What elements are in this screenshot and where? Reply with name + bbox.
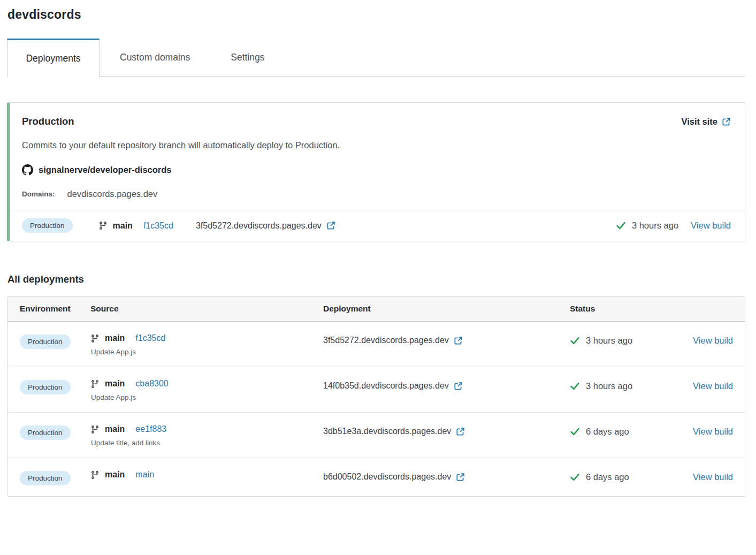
git-branch-icon bbox=[90, 334, 100, 343]
production-deployment-row: Production main f1c35cd 3f5d5272.devdisc… bbox=[10, 210, 745, 241]
column-environment: Environment bbox=[20, 304, 90, 314]
tab-settings-label: Settings bbox=[231, 52, 264, 63]
status-time: 3 hours ago bbox=[586, 381, 632, 391]
production-card-title: Production bbox=[22, 116, 74, 127]
deployment-url: 14f0b35d.devdiscords.pages.dev bbox=[323, 381, 449, 391]
all-deployments-title: All deployments bbox=[7, 273, 745, 285]
status-time: 6 days ago bbox=[586, 472, 629, 482]
tab-bar: Deployments Custom domains Settings bbox=[7, 38, 745, 77]
external-link-icon[interactable] bbox=[456, 427, 465, 436]
table-header-row: Environment Source Deployment Status bbox=[7, 296, 745, 322]
check-icon bbox=[616, 221, 626, 231]
branch-name: main bbox=[105, 333, 125, 343]
table-row: Production main cba8300 Update App.js 14… bbox=[7, 367, 745, 413]
external-link-icon bbox=[722, 117, 731, 126]
commit-message: Update App.js bbox=[91, 393, 323, 401]
table-row: Production main ee1f883 Update title, ad… bbox=[7, 413, 745, 458]
external-link-icon[interactable] bbox=[454, 382, 463, 391]
commit-link[interactable]: main bbox=[135, 470, 154, 480]
deployment-url: b6d00502.devdiscords.pages.dev bbox=[323, 472, 451, 482]
view-build-link[interactable]: View build bbox=[693, 381, 733, 391]
check-icon bbox=[570, 336, 580, 346]
deployment-url: 3db51e3a.devdiscords.pages.dev bbox=[323, 427, 451, 436]
git-branch-icon bbox=[90, 470, 100, 480]
commit-message: Update App.js bbox=[91, 348, 323, 356]
repo-link[interactable]: signalnerve/developer-discords bbox=[39, 165, 172, 175]
domains-label: Domains: bbox=[22, 190, 55, 198]
table-body: Production main f1c35cd Update App.js 3f… bbox=[7, 322, 745, 496]
column-source: Source bbox=[90, 304, 323, 314]
status-time: 3 hours ago bbox=[632, 221, 678, 231]
visit-site-link[interactable]: Visit site bbox=[681, 117, 731, 127]
commit-link[interactable]: cba8300 bbox=[135, 379, 168, 389]
tab-custom-domains-label: Custom domains bbox=[120, 52, 190, 63]
git-branch-icon bbox=[90, 425, 100, 434]
git-branch-icon bbox=[90, 379, 100, 389]
commit-link[interactable]: ee1f883 bbox=[135, 424, 166, 434]
deployment-url: 3f5d5272.devdiscords.pages.dev bbox=[196, 221, 322, 231]
tab-deployments[interactable]: Deployments bbox=[7, 39, 100, 77]
column-status: Status bbox=[570, 304, 733, 314]
view-build-link[interactable]: View build bbox=[691, 221, 731, 231]
pages-project-page: devdiscords Deployments Custom domains S… bbox=[0, 0, 756, 497]
production-description: Commits to your default repository branc… bbox=[22, 140, 731, 150]
environment-badge: Production bbox=[20, 425, 71, 440]
check-icon bbox=[570, 381, 580, 391]
tab-deployments-label: Deployments bbox=[26, 53, 80, 64]
commit-message: Update title, add links bbox=[91, 439, 323, 447]
status-time: 6 days ago bbox=[586, 427, 629, 437]
branch-name: main bbox=[105, 470, 125, 480]
view-build-link[interactable]: View build bbox=[693, 427, 733, 437]
page-title: devdiscords bbox=[7, 0, 745, 22]
deployment-url: 3f5d5272.devdiscords.pages.dev bbox=[323, 336, 449, 345]
environment-badge: Production bbox=[20, 380, 71, 394]
branch-name: main bbox=[113, 221, 133, 231]
branch-name: main bbox=[105, 424, 125, 434]
branch-name: main bbox=[105, 379, 125, 389]
check-icon bbox=[570, 427, 580, 437]
domains-value: devdiscords.pages.dev bbox=[67, 189, 158, 199]
external-link-icon[interactable] bbox=[454, 336, 463, 345]
environment-badge: Production bbox=[20, 471, 71, 485]
check-icon bbox=[570, 472, 580, 482]
visit-site-label: Visit site bbox=[681, 117, 717, 127]
external-link-icon[interactable] bbox=[456, 473, 465, 482]
view-build-link[interactable]: View build bbox=[693, 472, 733, 482]
table-row: Production main f1c35cd Update App.js 3f… bbox=[7, 322, 745, 367]
table-row: Production main main b6d00502.devdiscord… bbox=[7, 458, 745, 496]
github-icon bbox=[22, 164, 33, 176]
column-deployment: Deployment bbox=[323, 304, 570, 314]
tab-settings[interactable]: Settings bbox=[225, 39, 270, 77]
environment-badge: Production bbox=[22, 218, 73, 233]
external-link-icon[interactable] bbox=[326, 221, 335, 230]
deployments-table: Environment Source Deployment Status Pro… bbox=[7, 296, 745, 497]
commit-link[interactable]: f1c35cd bbox=[143, 221, 173, 231]
production-card: Production Visit site Commits to your de… bbox=[7, 102, 745, 241]
environment-badge: Production bbox=[20, 334, 71, 349]
commit-link[interactable]: f1c35cd bbox=[135, 333, 165, 343]
tab-custom-domains[interactable]: Custom domains bbox=[114, 39, 195, 77]
git-branch-icon bbox=[98, 221, 108, 230]
status-time: 3 hours ago bbox=[586, 336, 632, 346]
view-build-link[interactable]: View build bbox=[693, 336, 733, 346]
